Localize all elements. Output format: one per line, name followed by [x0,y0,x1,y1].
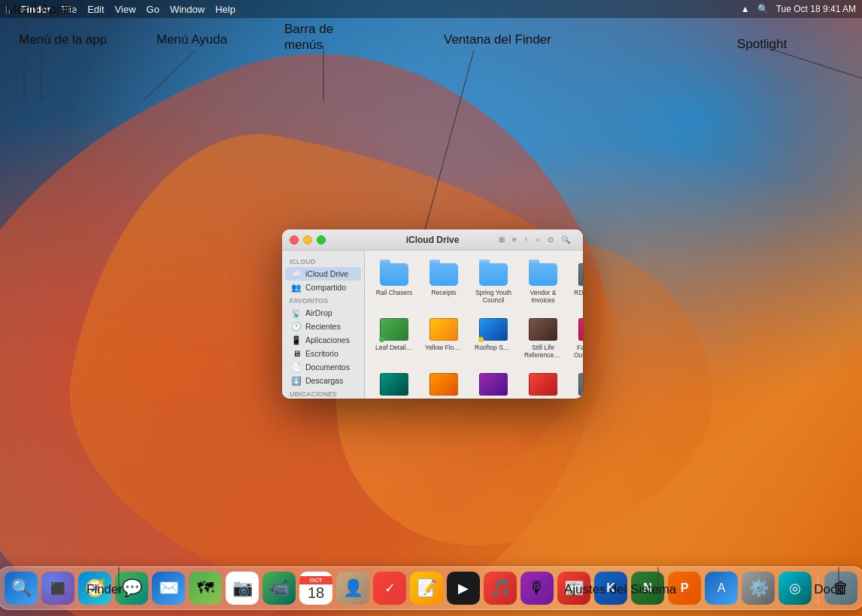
locations-section-header: Ubicaciones [282,387,364,399]
more-button[interactable]: ⊙ [545,234,556,245]
dock-item-pages[interactable]: P [668,572,701,605]
spotlight-icon[interactable]: 🔍 [757,4,769,14]
menu-window[interactable]: Window [170,4,205,15]
maximize-button[interactable] [317,235,326,244]
descargas-icon: ⬇️ [291,375,302,386]
recientes-icon: 🕐 [291,321,302,332]
dock-item-keynote[interactable]: K [594,572,627,605]
escritorio-icon: 🖥 [291,348,302,359]
file-item-fall-scents[interactable]: Fall Scents Outline.pages [571,313,583,362]
menu-go[interactable]: Go [147,4,159,15]
file-item-receipts[interactable]: Receipts [422,258,466,307]
finder-titlebar: iCloud Drive ⊞ ≡ ↑ ○ ⊙ 🔍 [282,229,583,250]
dock-item-messages[interactable]: 💬 [115,572,148,605]
menubar:  Finder File Edit View Go Window Help ▲… [0,0,862,18]
icloud-drive-label: iCloud Drive [305,269,348,278]
dock-item-contacts[interactable]: 👤 [336,572,369,605]
dock-item-calendar[interactable]: OCT 18 [299,572,332,605]
file-item-pink[interactable]: Pink.jpeg [521,368,565,399]
sidebar-item-shared[interactable]: 👥 Compartido [285,281,361,294]
dock-item-facetime[interactable]: 📹 [263,572,296,605]
icloud-drive-icon: ☁️ [291,269,302,279]
file-item-rail-chasers[interactable]: Rail Chasers [372,258,416,307]
share-button[interactable]: ↑ [522,234,530,245]
dock-item-safari[interactable]: 🧭 [78,572,111,605]
file-item-still-life[interactable]: Still Life Reference.jpg [521,313,565,362]
menubar-right: ▲ 🔍 Tue Oct 18 9:41 AM [741,4,856,14]
dock-item-photos[interactable]: 📷 [226,572,259,605]
airdrop-icon: 📡 [291,308,302,318]
dock-item-mail[interactable]: ✉️ [152,572,185,605]
dock-item-finder[interactable]: 🔍 [5,572,38,605]
finder-content: Rail Chasers Receipts Spring Youth Counc… [365,250,583,399]
apple-menu[interactable]:  [6,3,10,16]
file-item-vendor[interactable]: Vendor & Invoices [521,258,565,307]
finder-window: iCloud Drive ⊞ ≡ ↑ ○ ⊙ 🔍 iCloud ☁️ iClou… [282,229,583,399]
descargas-label: Descargas [305,376,343,385]
shared-icon: 👥 [291,282,302,293]
documentos-label: Documentos [305,363,350,372]
dock-item-podcasts[interactable]: 🎙 [521,572,554,605]
dock-item-unknown[interactable]: ◎ [779,572,812,605]
minimize-button[interactable] [303,235,312,244]
dock-item-music[interactable]: 🎵 [484,572,517,605]
dock-item-systemprefs[interactable]: ⚙️ [742,572,775,605]
menu-view[interactable]: View [115,4,136,15]
aplicaciones-label: Aplicaciones [305,335,350,344]
dock-item-maps[interactable]: 🗺 [189,572,222,605]
file-grid: Rail Chasers Receipts Spring Youth Counc… [372,258,575,399]
desktop:  Finder File Edit View Go Window Help ▲… [0,0,862,616]
file-item-rooftop-shoot[interactable]: Rooftop Shoot.jpg [472,313,515,362]
menu-file[interactable]: File [61,4,77,15]
sidebar-item-descargas[interactable]: ⬇️ Descargas [285,374,361,387]
sidebar-item-icloud-drive[interactable]: ☁️ iCloud Drive [285,267,361,281]
recientes-label: Recientes [305,322,341,331]
dock-item-appstore[interactable]: A [705,572,738,605]
file-item-leaf-detail[interactable]: Leaf Detail.jpg [372,313,416,362]
documentos-icon: 📄 [291,362,302,372]
sidebar-item-airdrop[interactable]: 📡 AirDrop [285,306,361,320]
dock-item-notes[interactable]: 📝 [410,572,443,605]
file-item-title-cover[interactable]: Title Cover.jpg [372,368,416,399]
tag-button[interactable]: ○ [533,234,542,245]
sidebar-item-documentos[interactable]: 📄 Documentos [285,360,361,374]
file-item-yellow-flower[interactable]: Yellow Flower.jpg [422,313,466,362]
dock-item-news[interactable]: 📰 [557,572,590,605]
menu-edit[interactable]: Edit [87,4,104,15]
view-grid-button[interactable]: ⊞ [496,234,507,245]
airdrop-label: AirDrop [305,308,332,317]
file-item-lone-pine[interactable]: Lone Pine.jpg [472,368,515,399]
clock-display: Tue Oct 18 9:41 AM [776,4,856,14]
view-list-button[interactable]: ≡ [510,234,519,245]
menu-help[interactable]: Help [215,4,235,15]
file-item-skater[interactable]: Skater.jpeg [571,368,583,399]
file-item-mexico-city[interactable]: Mexico City.jpg [422,368,466,399]
dock: 🔍 ⬛ 🧭 💬 ✉️ 🗺 📷 📹 OCT [0,566,862,610]
close-button[interactable] [290,235,299,244]
shared-label: Compartido [305,283,346,292]
dock-item-trash[interactable]: 🗑 [824,572,857,605]
file-item-spring-youth[interactable]: Spring Youth Council [472,258,515,307]
finder-sidebar: iCloud ☁️ iCloud Drive 👥 Compartido Favo… [282,250,365,399]
finder-body: iCloud ☁️ iCloud Drive 👥 Compartido Favo… [282,250,583,399]
file-item-rd2-notes[interactable]: RD.2-Notes.jpg [571,258,583,307]
sidebar-item-recientes[interactable]: 🕐 Recientes [285,320,361,333]
app-menu-finder[interactable]: Finder [20,4,50,15]
favorites-section-header: Favoritos [282,294,364,306]
sidebar-item-escritorio[interactable]: 🖥 Escritorio [285,347,361,360]
escritorio-label: Escritorio [305,349,338,358]
aplicaciones-icon: 📱 [291,335,302,345]
wifi-icon: ▲ [741,4,750,14]
icloud-section-header: iCloud [282,255,364,267]
dock-item-appletv[interactable]: ▶ [447,572,480,605]
search-button[interactable]: 🔍 [559,234,572,245]
finder-window-title: iCloud Drive [406,235,460,245]
sidebar-item-aplicaciones[interactable]: 📱 Aplicaciones [285,333,361,347]
dock-item-numbers[interactable]: N [631,572,664,605]
calendar-day: 18 [308,584,324,601]
calendar-month: OCT [299,576,332,584]
dock-item-launchpad[interactable]: ⬛ [41,572,74,605]
dock-item-reminders[interactable]: ✓ [373,572,406,605]
finder-toolbar: ⊞ ≡ ↑ ○ ⊙ 🔍 [496,234,575,245]
menubar-left:  Finder File Edit View Go Window Help [6,3,235,16]
